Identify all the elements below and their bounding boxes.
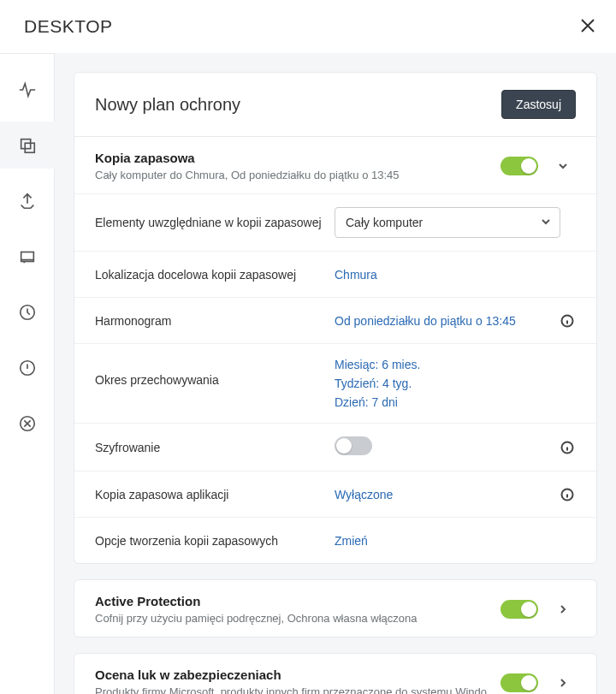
plan-card: Nowy plan ochrony Zastosuj Kopia zapasow… (74, 72, 597, 564)
backup-subtitle: Cały komputer do Chmura, Od poniedziałku… (95, 169, 500, 181)
retention-day: Dzień: 7 dni (335, 395, 576, 409)
plan-title: Nowy plan ochrony (95, 95, 240, 115)
chevron-right-icon (558, 678, 568, 688)
plan-header: Nowy plan ochrony Zastosuj (74, 73, 596, 136)
retention-label: Okres przechowywania (95, 358, 335, 387)
sidebar-item-alerts[interactable] (0, 344, 55, 391)
row-options: Opcje tworzenia kopii zapasowych Zmień (74, 517, 596, 563)
section-backup-head: Kopia zapasowa Cały komputer do Chmura, … (74, 137, 596, 193)
ap-title: Active Protection (95, 594, 500, 608)
copy-icon (18, 136, 37, 155)
retention-values[interactable]: Miesiąc: 6 mies. Tydzień: 4 tyg. Dzień: … (335, 358, 576, 409)
chevron-right-icon (558, 604, 568, 614)
schedule-info[interactable] (559, 314, 576, 328)
sidebar-item-cancel[interactable] (0, 400, 55, 447)
row-retention: Okres przechowywania Miesiąc: 6 mies. Ty… (74, 343, 596, 423)
retention-month: Miesiąc: 6 mies. (335, 358, 576, 371)
page-title: DESKTOP (24, 16, 112, 37)
app-backup-info[interactable] (559, 488, 576, 501)
clock-icon (18, 303, 37, 322)
sidebar-item-deploy[interactable] (0, 177, 55, 224)
svg-rect-1 (25, 143, 34, 152)
alert-icon (18, 359, 37, 377)
row-destination: Lokalizacja docelowa kopii zapasowej Chm… (74, 251, 596, 297)
encryption-toggle[interactable] (335, 436, 372, 455)
va-subtitle: Produkty firmy Microsoft, produkty innyc… (95, 685, 500, 694)
options-label: Opcje tworzenia kopii zapasowych (95, 534, 335, 548)
va-toggle[interactable] (500, 673, 538, 692)
section-active-protection: Active Protection Cofnij przy użyciu pam… (74, 580, 596, 637)
row-app-backup: Kopia zapasowa aplikacji Wyłączone (74, 471, 596, 517)
items-label: Elementy uwzględniane w kopii zapasowej (95, 216, 335, 229)
sidebar-item-schedule[interactable] (0, 288, 55, 335)
topbar: DESKTOP (0, 0, 616, 53)
schedule-label: Harmonogram (95, 314, 335, 328)
app-backup-label: Kopia zapasowa aplikacji (95, 488, 335, 501)
info-icon (560, 314, 574, 328)
sidebar-item-plans[interactable] (0, 122, 55, 169)
svg-rect-0 (21, 139, 30, 148)
close-button[interactable] (580, 18, 595, 36)
destination-value[interactable]: Chmura (335, 268, 576, 282)
section-backup: Kopia zapasowa Cały komputer do Chmura, … (74, 136, 596, 563)
close-icon (580, 18, 595, 33)
sidebar-item-storage[interactable] (0, 233, 55, 280)
encryption-label: Szyfrowanie (95, 441, 335, 454)
upload-icon (18, 192, 37, 211)
destination-label: Lokalizacja docelowa kopii zapasowej (95, 268, 335, 282)
section-vuln-assessment: Ocena luk w zabezpieczeniach Produkty fi… (74, 654, 596, 694)
sidebar (0, 53, 55, 694)
va-title: Ocena luk w zabezpieczeniach (95, 667, 500, 682)
ap-expand[interactable] (550, 604, 576, 614)
items-select-value: Cały komputer (346, 216, 423, 229)
chevron-down-icon (558, 161, 568, 171)
va-expand[interactable] (550, 678, 576, 688)
app-backup-value[interactable]: Wyłączone (335, 488, 559, 501)
body: Nowy plan ochrony Zastosuj Kopia zapasow… (0, 53, 616, 694)
card-vuln-assessment: Ocena luk w zabezpieczeniach Produkty fi… (74, 653, 597, 694)
retention-week: Tydzień: 4 tyg. (335, 377, 576, 390)
ap-toggle[interactable] (500, 600, 538, 619)
info-icon (560, 488, 574, 501)
backup-title: Kopia zapasowa (95, 151, 500, 165)
row-items: Elementy uwzględniane w kopii zapasowej … (74, 193, 596, 251)
apply-button[interactable]: Zastosuj (501, 90, 576, 119)
ap-subtitle: Cofnij przy użyciu pamięci podręcznej, O… (95, 612, 500, 625)
backup-collapse[interactable] (550, 161, 576, 171)
schedule-value[interactable]: Od poniedziałku do piątku o 13:45 (335, 314, 559, 328)
options-change[interactable]: Zmień (335, 534, 576, 548)
encryption-info[interactable] (559, 441, 576, 454)
content: Nowy plan ochrony Zastosuj Kopia zapasow… (55, 53, 616, 694)
activity-icon (18, 80, 37, 99)
row-encryption: Szyfrowanie (74, 423, 596, 471)
info-icon (560, 441, 574, 454)
card-active-protection: Active Protection Cofnij przy użyciu pam… (74, 579, 597, 638)
cancel-circle-icon (18, 414, 37, 433)
row-schedule: Harmonogram Od poniedziałku do piątku o … (74, 297, 596, 343)
items-select[interactable]: Cały komputer (335, 207, 560, 238)
backup-toggle[interactable] (500, 157, 538, 175)
chevron-down-icon (541, 217, 551, 227)
storage-icon (18, 247, 37, 266)
sidebar-item-activity[interactable] (0, 66, 55, 113)
